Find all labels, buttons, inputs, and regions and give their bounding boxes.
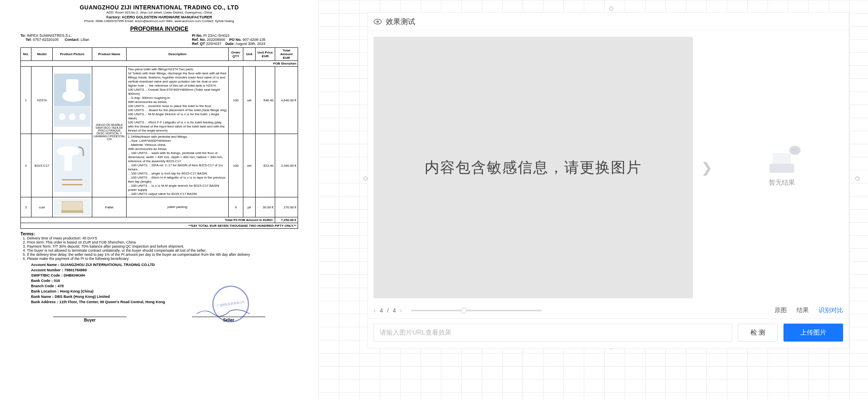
cell-desc: pallet packing — [127, 197, 229, 217]
contact-value: Lilian — [80, 38, 89, 42]
detect-button[interactable]: 检 测 — [738, 324, 778, 342]
cell-name: JUEGO DE MUEBLE SANIT.BCO.TAZA DE /PISO,… — [92, 67, 127, 197]
po-no-value: 907-4208-135 — [243, 38, 265, 42]
bank-value: Hong Kong (China) — [60, 289, 93, 293]
total-words: **SAY TOTAL EUR SEVEN THOUSAND TWO HUNDR… — [21, 223, 298, 229]
canvas-handle[interactable] — [363, 177, 367, 181]
cell-amount: 270.00 € — [275, 197, 298, 217]
image-url-input[interactable] — [374, 324, 732, 342]
bank-value: GUANGZHOU ZIJI INTERNATIONAL TRADING CO.… — [60, 263, 155, 267]
cell-unit: set — [243, 67, 256, 134]
term-item: The buyer is not allowed to terminate co… — [27, 248, 298, 253]
fob-line: FOB Shenzhen — [21, 61, 298, 67]
page-next-icon[interactable]: › — [400, 307, 402, 314]
th-qty: Order QTY — [229, 48, 243, 61]
pi-no-value: PI 23AC-SH015 — [203, 34, 229, 38]
th-pic: Product Picture — [53, 48, 92, 61]
th-desc: Description — [127, 48, 229, 61]
page-current: 4 — [380, 307, 383, 314]
svg-rect-11 — [62, 201, 82, 210]
canvas-handle[interactable] — [855, 177, 859, 181]
cell-pic — [53, 134, 92, 197]
effect-test-panel: 效果测试 内容包含敏感信息，请更换图片 ❯ 暂无结果 ‹ 4 / 4 › 原图 … — [367, 12, 849, 349]
cell-price: €46.40 — [256, 67, 275, 134]
total-value: 7,250.00 € — [275, 217, 298, 223]
zoom-slider[interactable] — [411, 310, 542, 311]
cell-pic — [53, 197, 92, 217]
date-value: August 30th, 2023 — [236, 42, 265, 46]
svg-point-1 — [62, 90, 85, 102]
date-label: Date: — [225, 42, 235, 46]
bank-value: 478 — [58, 284, 64, 288]
tab-result[interactable]: 结果 — [797, 306, 809, 314]
preview-message: 内容包含敏感信息，请更换图片 — [425, 158, 642, 178]
ref-qt-value: 22SH037 — [206, 42, 222, 46]
company-contacts: Phone: 0086-13609787995 Email: acero@ace… — [20, 19, 298, 23]
svg-rect-12 — [61, 210, 83, 213]
th-no: NO. — [21, 48, 31, 61]
th-name: Product Name — [92, 48, 127, 61]
cell-no: 1 — [21, 67, 31, 134]
cell-unit: set — [243, 134, 256, 197]
total-label: Total P/I FOB Amount in EURO: — [21, 217, 275, 223]
tab-original[interactable]: 原图 — [775, 306, 787, 314]
upload-button[interactable]: 上传图片 — [783, 324, 843, 342]
panel-title: 效果测试 — [386, 17, 415, 27]
cell-unit: plt — [243, 197, 256, 217]
bank-label: Account Name： — [31, 263, 60, 267]
cell-name: Pallet — [92, 197, 127, 217]
bank-label: Branch Code： — [31, 284, 58, 288]
invoice-document: GUANGZHOU ZIJI INTERNATIONAL TRADING CO.… — [20, 4, 298, 322]
cell-desc: Two-piece toilet with fittings'H2374 Two… — [127, 67, 229, 134]
company-name: GUANGZHOU ZIJI INTERNATIONAL TRADING CO.… — [20, 4, 298, 11]
bank-label: Bank Code： — [31, 279, 54, 283]
to-value: IMPEX SUMINISTRES,S.L. — [27, 34, 72, 38]
contact-label: Contact: — [65, 38, 80, 42]
cell-qty: 100 — [229, 67, 243, 134]
tab-compare[interactable]: 识别对比 — [819, 306, 843, 314]
svg-rect-9 — [65, 154, 72, 171]
ref-no-label: Ref. No. — [192, 38, 206, 42]
bank-label: Bank Address： — [31, 300, 59, 304]
cell-amount: 4,640.00 € — [275, 67, 298, 134]
no-result-text: 暂无结果 — [769, 179, 795, 187]
cell-no: 3 — [21, 197, 31, 217]
bank-label: Account Number： — [31, 268, 65, 272]
ref-qt-label: Ref. QT — [192, 42, 205, 46]
term-item: If the delivery time delay, the seller n… — [27, 253, 298, 257]
bank-value: 016 — [54, 279, 60, 283]
cell-pic — [53, 67, 92, 134]
bank-label: Bank Name： — [31, 295, 55, 299]
table-row: 1 H2374 JUEGO DE MUEBLE SANIT.BCO.TAZA D… — [21, 67, 298, 134]
bank-label: SWIFT/BIC Code： — [31, 273, 64, 277]
cell-amount: 2,340.00 € — [275, 134, 298, 197]
to-label: To: — [20, 34, 26, 38]
cell-qty: 9 — [229, 197, 243, 217]
page-prev-icon[interactable]: ‹ — [374, 307, 376, 314]
pi-no-label: PI No. — [192, 34, 203, 38]
th-model: Model — [31, 48, 53, 61]
bank-value: 79801784869 — [65, 268, 87, 272]
cell-model: H2374 — [31, 67, 53, 134]
table-row: 2 B315-C17 1.1#Washbasin with pedestal a… — [21, 134, 298, 197]
next-arrow-icon[interactable]: ❯ — [699, 37, 715, 298]
canvas-handle[interactable] — [609, 7, 613, 11]
cell-model: B315-C17 — [31, 134, 53, 197]
th-price: Unit Price EUR — [256, 48, 275, 61]
term-item: Delivery time of mass production: 45 DAY… — [27, 236, 298, 240]
slider-thumb[interactable] — [461, 308, 467, 313]
term-item: Price term: This order is based on EUR a… — [27, 240, 298, 244]
svg-point-6 — [79, 114, 86, 120]
terms-block: Terms: Delivery time of mass production:… — [20, 231, 298, 305]
svg-point-4 — [59, 114, 65, 120]
page-total: 4 — [393, 307, 396, 314]
bank-value: 11th Floor, The Center, 99 Queen's Road … — [59, 300, 165, 304]
bank-label: Bank Location： — [31, 289, 60, 293]
buyer-label: Buyer — [84, 318, 96, 322]
table-row: 3 cost Pallet pallet packing 9 plt 30.00… — [21, 197, 298, 217]
th-amount: Total Amount EUR — [275, 48, 298, 61]
ref-no-value: 202208900 — [207, 38, 225, 42]
term-item: Please make the payment of the PI to the… — [27, 257, 298, 261]
cell-no: 2 — [21, 134, 31, 197]
bank-info: Account Name：GUANGZHOU ZIJI INTERNATIONA… — [31, 262, 298, 305]
